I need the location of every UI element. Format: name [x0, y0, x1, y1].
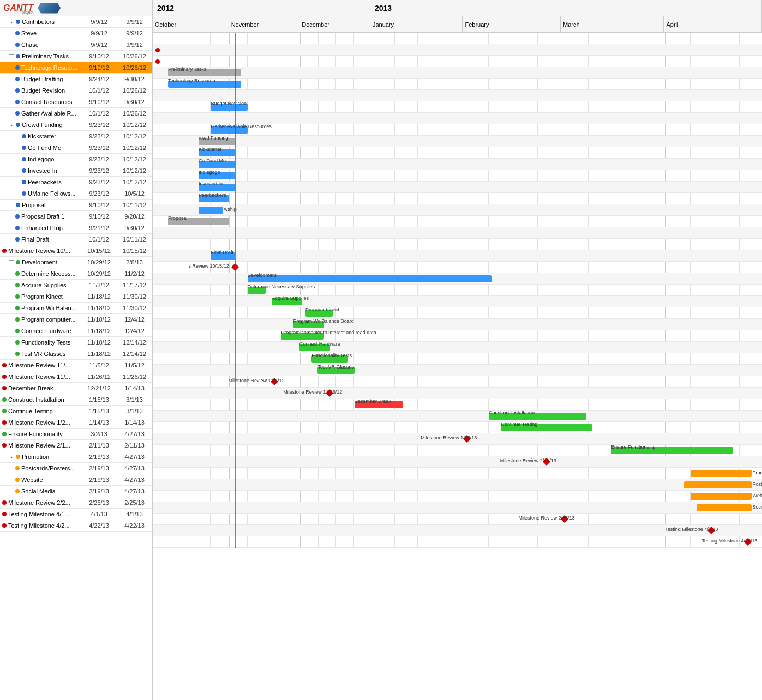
task-row-37[interactable]: Ensure Functionality3/2/134/27/13: [0, 429, 152, 440]
task-name-31: Milestone Review 11/...: [0, 362, 81, 369]
task-end-25: 11/30/12: [117, 293, 152, 300]
task-name-23: Determine Necess...: [0, 270, 81, 277]
task-dot-1: [16, 20, 20, 24]
task-row-20[interactable]: Final Draft10/1/1210/11/12: [0, 234, 152, 245]
task-begin-38: 2/11/13: [81, 442, 117, 449]
task-row-8[interactable]: Contact Resources9/10/129/30/12: [0, 96, 152, 108]
task-end-30: 12/14/12: [117, 351, 152, 357]
task-row-10[interactable]: -Crowd Funding9/23/1210/12/12: [0, 119, 152, 131]
chart-row-15: Peerbackers: [153, 193, 762, 204]
collapse-btn-4[interactable]: -: [9, 54, 14, 59]
task-end-24: 11/17/12: [117, 282, 152, 288]
task-dot-27: [15, 317, 20, 322]
task-begin-23: 10/29/12: [81, 270, 117, 277]
task-row-3[interactable]: Chase9/9/129/9/12: [0, 39, 152, 51]
collapse-btn-1[interactable]: -: [9, 20, 14, 25]
collapse-btn-17[interactable]: -: [9, 203, 14, 208]
task-dot-9: [15, 111, 20, 116]
chart-row-37: Ensure Functionality: [153, 445, 762, 456]
task-row-36[interactable]: Milestone Review 1/2...1/14/131/14/13: [0, 417, 152, 429]
task-row-24[interactable]: Acquire Supplies11/3/1211/17/12: [0, 280, 152, 291]
bar-41: [691, 493, 752, 500]
task-label-41: Website: [21, 476, 43, 483]
task-begin-35: 1/15/13: [81, 408, 117, 414]
collapse-btn-10[interactable]: -: [9, 123, 14, 128]
task-label-7: Budget Revision: [21, 87, 65, 94]
task-dot-6: [15, 77, 20, 81]
chart-header: 2012 2013 October November December Janu…: [153, 0, 762, 33]
task-row-45[interactable]: Testing Milestone 4/2...4/22/134/22/13: [0, 520, 152, 532]
task-row-27[interactable]: Program computer...11/18/1212/4/12: [0, 314, 152, 325]
task-dot-8: [15, 100, 20, 104]
task-row-30[interactable]: Test VR Glasses11/18/1212/14/12: [0, 348, 152, 360]
task-row-1[interactable]: -Contributors9/9/129/9/12: [0, 16, 152, 28]
task-row-34[interactable]: Construct Installation1/15/133/1/13: [0, 394, 152, 406]
task-row-25[interactable]: Program Kinect11/18/1211/30/12: [0, 291, 152, 303]
task-row-31[interactable]: Milestone Review 11/...11/5/1211/5/12: [0, 360, 152, 371]
task-row-23[interactable]: Determine Necess...10/29/1211/2/12: [0, 268, 152, 280]
task-row-19[interactable]: Enhanced Prop...9/21/129/30/12: [0, 222, 152, 234]
task-name-44: Testing Milestone 4/1...: [0, 511, 81, 517]
task-row-6[interactable]: Budget Drafting9/24/129/30/12: [0, 74, 152, 85]
task-row-17[interactable]: -Proposal9/10/1210/11/12: [0, 200, 152, 211]
task-row-21[interactable]: Milestone Review 10/...10/15/1210/15/12: [0, 245, 152, 257]
task-row-44[interactable]: Testing Milestone 4/1...4/1/134/1/13: [0, 509, 152, 520]
collapse-btn-39[interactable]: -: [9, 455, 14, 460]
chart-row-17: Proposal: [153, 216, 762, 227]
task-row-18[interactable]: Proposal Draft 19/10/129/20/12: [0, 211, 152, 222]
bar-16: [199, 207, 223, 214]
task-begin-37: 3/2/13: [81, 431, 117, 437]
bar-label-7: Budget Revision: [211, 101, 247, 106]
milestone-label-31: Milestone Review 11/5/12: [228, 378, 284, 383]
task-dot-12: [22, 146, 26, 150]
task-dot-3: [15, 43, 20, 47]
task-row-26[interactable]: Program Wii Balan...11/18/1211/30/12: [0, 303, 152, 314]
task-dot-37: [2, 432, 7, 436]
gantt-chart-panel[interactable]: 2012 2013 October November December Janu…: [153, 0, 762, 700]
task-dot-24: [15, 283, 20, 287]
year-2013: 2013: [370, 0, 762, 16]
task-row-39[interactable]: -Promotion2/19/134/27/13: [0, 451, 152, 463]
chart-row-36: Milestone Review 1/28/13: [153, 433, 762, 445]
task-row-32[interactable]: Milestone Review 11/...11/26/1211/26/12: [0, 371, 152, 383]
task-name-32: Milestone Review 11/...: [0, 373, 81, 380]
bar-label-26: Program Wii Balance Board: [293, 318, 354, 324]
task-row-4[interactable]: -Preliminary Tasks9/10/1210/26/12: [0, 51, 152, 62]
task-row-40[interactable]: Postcards/Posters...2/19/134/27/13: [0, 463, 152, 474]
task-row-13[interactable]: Indiegogo9/23/1210/12/12: [0, 154, 152, 165]
task-row-2[interactable]: Steve9/9/129/9/12: [0, 28, 152, 39]
task-begin-4: 9/10/12: [81, 53, 117, 59]
task-row-16[interactable]: UMaine Fellows...9/23/1210/5/12: [0, 188, 152, 200]
task-row-35[interactable]: Continue Testing1/15/133/1/13: [0, 406, 152, 417]
task-label-39: Promotion: [22, 454, 49, 460]
task-row-22[interactable]: -Development10/29/122/8/13: [0, 257, 152, 268]
task-label-2: Steve: [21, 30, 37, 37]
task-row-15[interactable]: Peerbackers9/23/1210/12/12: [0, 177, 152, 188]
task-label-34: Construct Installation: [8, 396, 64, 403]
task-row-38[interactable]: Milestone Review 2/1...2/11/132/11/13: [0, 440, 152, 451]
task-row-29[interactable]: Functionality Tests11/18/1212/14/12: [0, 337, 152, 348]
task-end-31: 11/5/12: [117, 362, 152, 369]
task-label-42: Social Media: [21, 488, 56, 494]
task-row-7[interactable]: Budget Revision10/1/1210/26/12: [0, 85, 152, 96]
task-row-33[interactable]: December Break12/21/121/14/13: [0, 383, 152, 394]
task-row-41[interactable]: Website2/19/134/27/13: [0, 474, 152, 486]
task-row-11[interactable]: Kickstarter9/23/1210/12/12: [0, 131, 152, 142]
task-row-12[interactable]: Go Fund Me9/23/1210/12/12: [0, 142, 152, 154]
collapse-btn-22[interactable]: -: [9, 260, 14, 265]
task-end-2: 9/9/12: [117, 30, 152, 37]
task-row-5[interactable]: Technology Resear...9/10/1210/26/12: [0, 62, 152, 74]
task-row-43[interactable]: Milestone Review 2/2...2/25/132/25/13: [0, 497, 152, 509]
milestone-label-45: Testing Milestone 4/22/13: [701, 538, 757, 544]
chart-row-27: Program computer to interact and read da…: [153, 330, 762, 342]
task-row-9[interactable]: Gather Available R...10/1/1210/26/12: [0, 108, 152, 119]
task-begin-18: 9/10/12: [81, 213, 117, 220]
task-label-43: Milestone Review 2/2...: [8, 499, 70, 506]
task-name-33: December Break: [0, 385, 81, 391]
chart-row-6: [153, 90, 762, 101]
task-row-42[interactable]: Social Media2/19/134/27/13: [0, 486, 152, 497]
task-row-14[interactable]: Invested In9/23/1210/12/12: [0, 165, 152, 177]
task-row-28[interactable]: Connect Hardware11/18/1212/4/12: [0, 325, 152, 337]
task-name-18: Proposal Draft 1: [0, 213, 81, 220]
task-begin-40: 2/19/13: [81, 465, 117, 472]
